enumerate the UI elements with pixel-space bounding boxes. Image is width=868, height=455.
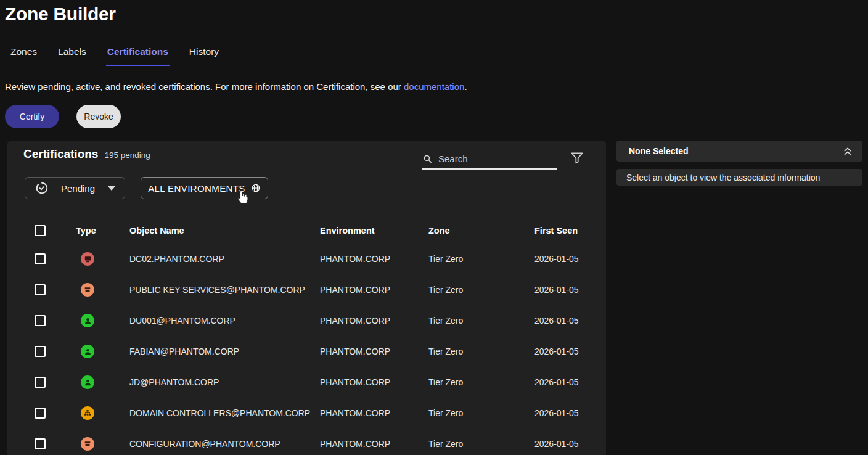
user-icon	[81, 345, 94, 358]
zone-cell: Tier Zero	[421, 316, 527, 326]
certifications-panel: Certifications 195 pending Pending	[7, 141, 606, 455]
globe-icon	[251, 183, 261, 193]
status-filter-dropdown[interactable]: Pending	[25, 177, 125, 199]
zone-cell: Tier Zero	[421, 408, 527, 418]
zone-cell: Tier Zero	[421, 377, 527, 387]
environment-filter-label: ALL ENVIRONMENTS	[148, 183, 245, 194]
object-name: DC02.PHANTOM.CORP	[122, 254, 313, 264]
object-name: CONFIGURATION@PHANTOM.CORP	[122, 439, 313, 449]
first-seen-cell: 2026-01-05	[527, 408, 606, 418]
row-checkbox[interactable]	[35, 377, 46, 388]
search-input[interactable]	[438, 154, 561, 164]
first-seen-cell: 2026-01-05	[527, 254, 606, 264]
filter-funnel-icon	[570, 150, 584, 165]
certify-button[interactable]: Certify	[5, 105, 59, 128]
search-box	[422, 149, 557, 170]
first-seen-cell: 2026-01-05	[527, 439, 606, 449]
details-panel-header[interactable]: None Selected	[616, 141, 862, 162]
row-checkbox[interactable]	[35, 438, 46, 449]
tab-bar: Zones Labels Certifications History	[9, 45, 220, 66]
table-row[interactable]: DOMAIN CONTROLLERS@PHANTOM.CORP PHANTOM.…	[7, 398, 606, 428]
row-checkbox[interactable]	[35, 346, 46, 357]
row-checkbox[interactable]	[35, 408, 46, 419]
pending-status-icon	[35, 181, 49, 195]
computer-icon	[81, 252, 94, 266]
filter-button[interactable]	[569, 150, 585, 166]
column-header-object-name: Object Name	[122, 226, 313, 236]
environment-cell: PHANTOM.CORP	[313, 408, 421, 418]
zone-cell: Tier Zero	[421, 346, 527, 356]
object-name: DOMAIN CONTROLLERS@PHANTOM.CORP	[122, 408, 313, 418]
status-filter-label: Pending	[55, 183, 101, 194]
tab-history[interactable]: History	[188, 45, 220, 66]
object-name: DU001@PHANTOM.CORP	[122, 316, 313, 326]
chevron-down-icon	[107, 186, 116, 191]
row-checkbox[interactable]	[35, 253, 46, 264]
environment-cell: PHANTOM.CORP	[313, 439, 421, 449]
column-header-first-seen: First Seen	[527, 226, 606, 236]
column-header-environment: Environment	[313, 226, 421, 236]
environment-cell: PHANTOM.CORP	[313, 346, 421, 356]
first-seen-cell: 2026-01-05	[527, 346, 606, 356]
page-title: Zone Builder	[5, 4, 116, 25]
container-icon	[81, 437, 94, 451]
page-description: Review pending, active, and revoked cert…	[5, 81, 467, 92]
details-panel: None Selected Select an object to view t…	[616, 141, 862, 186]
table-row[interactable]: PUBLIC KEY SERVICES@PHANTOM.CORP PHANTOM…	[7, 274, 606, 305]
details-empty-message: Select an object to view the associated …	[616, 169, 862, 186]
column-header-type: Type	[68, 226, 122, 236]
tab-labels[interactable]: Labels	[57, 45, 88, 66]
table-row[interactable]: JD@PHANTOM.CORP PHANTOM.CORP Tier Zero 2…	[7, 367, 606, 398]
container-icon	[81, 283, 94, 297]
first-seen-cell: 2026-01-05	[527, 316, 606, 326]
filter-chips: Pending ALL ENVIRONMENTS	[25, 177, 268, 199]
tab-certifications[interactable]: Certifications	[106, 45, 170, 66]
select-all-checkbox[interactable]	[35, 225, 46, 236]
environment-cell: PHANTOM.CORP	[313, 316, 421, 326]
table-header-row: Type Object Name Environment Zone First …	[7, 217, 606, 244]
column-header-zone: Zone	[421, 226, 527, 236]
collapse-double-chevron-up-icon[interactable]	[841, 145, 854, 157]
revoke-button[interactable]: Revoke	[76, 105, 121, 128]
table-row[interactable]: DU001@PHANTOM.CORP PHANTOM.CORP Tier Zer…	[7, 305, 606, 336]
object-name: PUBLIC KEY SERVICES@PHANTOM.CORP	[122, 285, 313, 295]
first-seen-cell: 2026-01-05	[527, 285, 606, 295]
action-buttons: Certify Revoke	[5, 105, 121, 128]
zone-cell: Tier Zero	[421, 254, 527, 264]
object-name: FABIAN@PHANTOM.CORP	[122, 346, 313, 356]
details-panel-title: None Selected	[629, 146, 688, 156]
row-checkbox[interactable]	[35, 315, 46, 326]
zone-cell: Tier Zero	[421, 285, 527, 295]
pending-count: 195 pending	[104, 150, 150, 160]
description-text-end: .	[464, 81, 467, 92]
panel-header: Certifications 195 pending	[23, 147, 150, 161]
object-name: JD@PHANTOM.CORP	[122, 377, 313, 387]
zone-builder-page: Zone Builder Zones Labels Certifications…	[0, 0, 868, 455]
row-checkbox[interactable]	[35, 284, 46, 295]
panel-title: Certifications	[23, 147, 98, 161]
documentation-link[interactable]: documentation	[404, 81, 464, 92]
environment-cell: PHANTOM.CORP	[313, 377, 421, 387]
environment-filter-button[interactable]: ALL ENVIRONMENTS	[141, 177, 268, 199]
search-icon	[422, 154, 433, 164]
environment-cell: PHANTOM.CORP	[313, 254, 421, 264]
first-seen-cell: 2026-01-05	[527, 377, 606, 387]
table-row[interactable]: CONFIGURATION@PHANTOM.CORP PHANTOM.CORP …	[7, 428, 606, 455]
certifications-table: Type Object Name Environment Zone First …	[7, 217, 606, 455]
user-icon	[81, 375, 94, 389]
tab-zones[interactable]: Zones	[9, 45, 38, 66]
description-text: Review pending, active, and revoked cert…	[5, 81, 404, 92]
environment-cell: PHANTOM.CORP	[313, 285, 421, 295]
zone-cell: Tier Zero	[421, 439, 527, 449]
table-row[interactable]: DC02.PHANTOM.CORP PHANTOM.CORP Tier Zero…	[7, 244, 606, 274]
group-icon	[81, 406, 94, 420]
user-icon	[81, 314, 94, 327]
table-row[interactable]: FABIAN@PHANTOM.CORP PHANTOM.CORP Tier Ze…	[7, 336, 606, 367]
